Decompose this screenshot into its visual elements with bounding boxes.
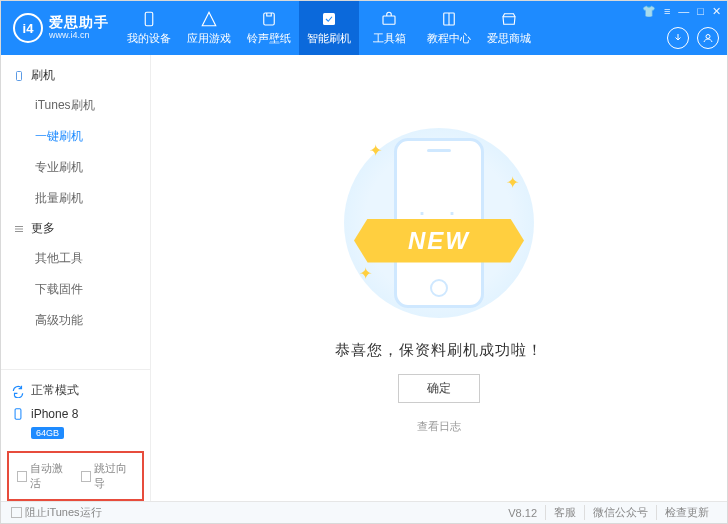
checkbox-icon	[17, 471, 27, 482]
version-label: V8.12	[500, 507, 545, 519]
minimize-icon[interactable]: —	[678, 5, 689, 18]
phone-icon	[13, 70, 25, 82]
status-bar: 阻止iTunes运行 V8.12 客服 微信公众号 检查更新	[1, 501, 727, 523]
svg-point-5	[706, 35, 710, 39]
checkbox-label: 自动激活	[30, 461, 70, 491]
group-title: 刷机	[31, 67, 55, 84]
footer-link-support[interactable]: 客服	[545, 505, 584, 520]
logo-icon: i4	[13, 13, 43, 43]
main-content: ✦ ✦ ✦ ⋮⋮ NEW 恭喜您，保资料刷机成功啦！ 确定 查看日志	[151, 55, 727, 501]
skip-guide-checkbox[interactable]: 跳过向导	[81, 461, 135, 491]
tab-label: 应用游戏	[187, 31, 231, 46]
header-right-actions	[667, 27, 719, 49]
sidebar-item-other-tools[interactable]: 其他工具	[1, 243, 150, 274]
checkbox-icon	[81, 471, 91, 482]
tab-label: 工具箱	[373, 31, 406, 46]
tab-shop[interactable]: 爱思商城	[479, 1, 539, 55]
menu-icon[interactable]: ≡	[664, 5, 670, 18]
sparkle-icon: ✦	[369, 141, 382, 160]
toolbox-icon	[380, 10, 398, 28]
tab-toolbox[interactable]: 工具箱	[359, 1, 419, 55]
flash-icon	[320, 10, 338, 28]
brand-url: www.i4.cn	[49, 31, 109, 41]
flash-options-row: 自动激活 跳过向导	[7, 451, 144, 501]
music-icon	[260, 10, 278, 28]
device-name: iPhone 8	[31, 407, 78, 421]
window-controls: 👕 ≡ — □ ✕	[642, 5, 721, 18]
block-itunes-checkbox[interactable]: 阻止iTunes运行	[11, 505, 102, 520]
device-info[interactable]: iPhone 8	[11, 403, 140, 425]
mode-label: 正常模式	[31, 382, 79, 399]
sparkle-icon: ✦	[506, 173, 519, 192]
footer-link-update[interactable]: 检查更新	[656, 505, 717, 520]
svg-rect-3	[383, 16, 395, 24]
sidebar-group-flash: 刷机	[1, 61, 150, 90]
svg-rect-7	[15, 409, 21, 420]
skin-icon[interactable]: 👕	[642, 5, 656, 18]
sidebar: 刷机 iTunes刷机 一键刷机 专业刷机 批量刷机 更多 其他工具 下载固件 …	[1, 55, 151, 501]
phone-small-icon	[11, 407, 25, 421]
download-button[interactable]	[667, 27, 689, 49]
user-button[interactable]	[697, 27, 719, 49]
book-icon	[440, 10, 458, 28]
brand-logo: i4 爱思助手 www.i4.cn	[1, 13, 119, 43]
svg-rect-6	[17, 71, 22, 80]
brand-name: 爱思助手	[49, 15, 109, 30]
sidebar-item-download-firmware[interactable]: 下载固件	[1, 274, 150, 305]
sidebar-item-pro-flash[interactable]: 专业刷机	[1, 152, 150, 183]
sparkle-icon: ✦	[359, 264, 372, 283]
sidebar-item-advanced[interactable]: 高级功能	[1, 305, 150, 336]
sidebar-group-more: 更多	[1, 214, 150, 243]
tab-ringtones[interactable]: 铃声壁纸	[239, 1, 299, 55]
sidebar-item-itunes-flash[interactable]: iTunes刷机	[1, 90, 150, 121]
refresh-icon	[11, 384, 25, 398]
sidebar-item-batch-flash[interactable]: 批量刷机	[1, 183, 150, 214]
tab-label: 智能刷机	[307, 31, 351, 46]
confirm-button[interactable]: 确定	[398, 374, 480, 403]
checkbox-label: 跳过向导	[94, 461, 134, 491]
tab-label: 我的设备	[127, 31, 171, 46]
apps-icon	[200, 10, 218, 28]
header-tabs: 我的设备 应用游戏 铃声壁纸 智能刷机 工具箱 教程中心 爱思商城	[119, 1, 539, 55]
storage-badge: 64GB	[31, 427, 64, 439]
device-icon	[140, 10, 158, 28]
tab-label: 教程中心	[427, 31, 471, 46]
checkbox-icon	[11, 507, 22, 518]
sidebar-item-oneclick-flash[interactable]: 一键刷机	[1, 121, 150, 152]
tab-my-device[interactable]: 我的设备	[119, 1, 179, 55]
success-illustration: ✦ ✦ ✦ ⋮⋮ NEW	[329, 123, 549, 323]
tab-apps[interactable]: 应用游戏	[179, 1, 239, 55]
auto-activate-checkbox[interactable]: 自动激活	[17, 461, 71, 491]
success-message: 恭喜您，保资料刷机成功啦！	[335, 341, 543, 360]
svg-rect-1	[264, 13, 275, 25]
svg-rect-2	[323, 13, 335, 25]
checkbox-label: 阻止iTunes运行	[25, 505, 102, 520]
close-icon[interactable]: ✕	[712, 5, 721, 18]
view-log-link[interactable]: 查看日志	[417, 419, 461, 434]
tab-flash[interactable]: 智能刷机	[299, 1, 359, 55]
maximize-icon[interactable]: □	[697, 5, 704, 18]
svg-rect-0	[145, 12, 153, 26]
footer-link-wechat[interactable]: 微信公众号	[584, 505, 656, 520]
group-title: 更多	[31, 220, 55, 237]
list-icon	[13, 223, 25, 235]
sidebar-device-panel: 正常模式 iPhone 8 64GB	[1, 369, 150, 447]
tab-label: 铃声壁纸	[247, 31, 291, 46]
tab-label: 爱思商城	[487, 31, 531, 46]
tab-tutorials[interactable]: 教程中心	[419, 1, 479, 55]
shop-icon	[500, 10, 518, 28]
new-ribbon: NEW	[354, 219, 524, 263]
app-header: i4 爱思助手 www.i4.cn 我的设备 应用游戏 铃声壁纸 智能刷机 工具…	[1, 1, 727, 55]
device-mode[interactable]: 正常模式	[11, 378, 140, 403]
